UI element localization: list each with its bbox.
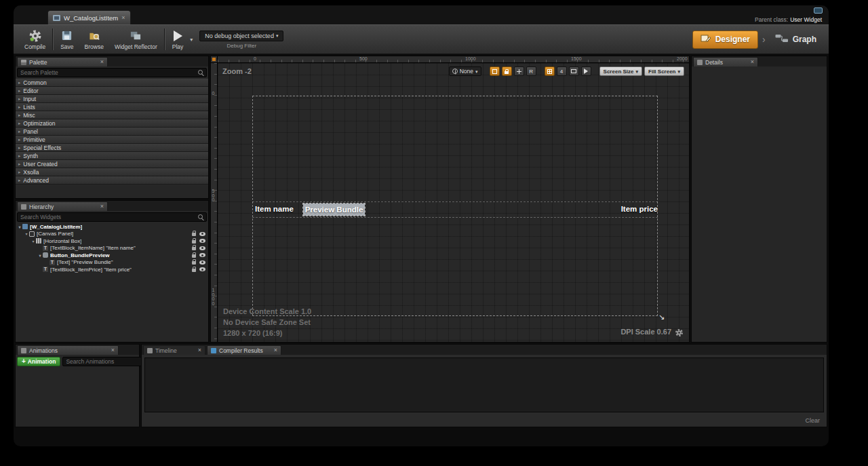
hierarchy-row-text-preview-bundle[interactable]: [Text] "Preview Bundle" xyxy=(16,259,208,267)
visibility-eye-icon[interactable] xyxy=(199,246,205,250)
save-button[interactable]: Save xyxy=(55,25,79,54)
details-close-icon[interactable] xyxy=(751,59,754,65)
visibility-eye-icon[interactable] xyxy=(199,260,205,265)
palette-tab[interactable]: Palette xyxy=(17,57,108,66)
timeline-title: Timeline xyxy=(155,347,177,354)
compile-button[interactable]: Compile xyxy=(19,25,51,54)
compiler-log-area[interactable] xyxy=(144,357,824,412)
widget-reflector-label: Widget Reflector xyxy=(115,43,157,50)
bottom-tabs-header: Timeline Compiler Results xyxy=(142,345,827,355)
tab-close-icon[interactable] xyxy=(121,15,125,21)
preview-language-dropdown[interactable]: None xyxy=(449,66,481,76)
animations-close-icon[interactable] xyxy=(111,347,115,353)
timeline-tab[interactable]: Timeline xyxy=(143,345,205,355)
palette-category[interactable]: User Created xyxy=(16,160,208,168)
visibility-eye-icon[interactable] xyxy=(199,253,205,257)
palette-category[interactable]: Xsolla xyxy=(16,168,208,176)
rotate-mode-button[interactable]: R xyxy=(526,66,536,76)
compiler-results-close-icon[interactable] xyxy=(274,347,277,353)
save-label: Save xyxy=(60,43,73,50)
flip-preview-button[interactable] xyxy=(581,66,591,76)
palette-category[interactable]: Lists xyxy=(16,103,208,111)
grid-snap-size-button[interactable]: 4 xyxy=(557,66,567,76)
add-animation-button[interactable]: Animation xyxy=(17,357,60,366)
expander-icon[interactable] xyxy=(24,231,29,236)
debug-object-dropdown[interactable]: No debug object selected xyxy=(199,31,283,41)
expander-icon[interactable] xyxy=(31,239,36,244)
hierarchy-tab[interactable]: Hierarchy xyxy=(17,201,108,211)
palette-category[interactable]: Misc xyxy=(16,111,208,119)
lock-icon[interactable] xyxy=(192,240,196,244)
play-icon xyxy=(174,31,182,41)
lock-widgets-toggle-button[interactable] xyxy=(502,66,512,76)
preview-background-button[interactable] xyxy=(569,66,579,76)
visibility-eye-icon[interactable] xyxy=(199,239,205,243)
palette-category[interactable]: Input xyxy=(16,95,208,103)
animations-search-input[interactable] xyxy=(66,358,141,365)
details-tab[interactable]: Details xyxy=(693,57,758,66)
clear-log-button[interactable]: Clear xyxy=(805,417,820,424)
compiler-results-icon xyxy=(211,348,216,353)
palette-category[interactable]: Panel xyxy=(16,128,208,136)
user-widget-icon xyxy=(22,224,28,229)
browse-button[interactable]: Browse xyxy=(79,25,109,54)
button-icon xyxy=(43,252,48,258)
translate-mode-button[interactable] xyxy=(514,66,524,76)
canvas-preview-bundle-button[interactable]: Preview Bundle xyxy=(303,203,365,216)
play-button[interactable]: Play xyxy=(167,25,189,54)
canvas-itemname-text[interactable]: Item name xyxy=(255,205,294,213)
lock-icon[interactable] xyxy=(192,261,196,265)
asset-tab[interactable]: W_CatalogListItem xyxy=(47,10,131,24)
expander-icon[interactable] xyxy=(37,253,43,258)
palette-category[interactable]: Synth xyxy=(16,152,208,160)
fill-screen-dropdown[interactable]: Fill Screen xyxy=(644,66,684,76)
play-options-caret-icon[interactable] xyxy=(190,37,193,43)
dpi-settings-gear-button[interactable] xyxy=(674,328,684,337)
hierarchy-row-button-bundlepreview[interactable]: Button_BundlePreview xyxy=(16,252,208,259)
expander-icon[interactable] xyxy=(17,225,22,229)
browse-label: Browse xyxy=(85,43,104,50)
grid-snap-toggle-button[interactable] xyxy=(545,66,555,76)
animations-panel: Animations Animation xyxy=(15,344,140,427)
lock-icon[interactable] xyxy=(192,247,196,250)
palette-category[interactable]: Advanced xyxy=(16,176,208,185)
hierarchy-row-horizontal-box[interactable]: [Horizontal Box] xyxy=(16,237,208,245)
resize-handle-icon[interactable] xyxy=(658,313,665,322)
palette-category[interactable]: Editor xyxy=(16,87,208,95)
palette-search xyxy=(17,68,207,77)
palette-category[interactable]: Optimization xyxy=(16,119,208,128)
palette-close-icon[interactable] xyxy=(100,59,104,65)
hierarchy-row-itemname[interactable]: [TextBlock_ItemName] "Item name" xyxy=(16,245,208,252)
dpi-scale-label: DPI Scale 0.67 xyxy=(620,328,671,336)
animations-search xyxy=(62,357,152,366)
lock-icon[interactable] xyxy=(192,254,196,258)
hierarchy-search-input[interactable] xyxy=(20,214,196,220)
animations-title: Animations xyxy=(29,347,58,354)
outline-toggle-button[interactable] xyxy=(490,66,500,76)
debug-object-label: No debug object selected xyxy=(205,33,274,39)
hierarchy-icon xyxy=(21,204,26,210)
hierarchy-row-root[interactable]: [W_CatalogListItem] xyxy=(16,223,208,231)
screen-size-dropdown[interactable]: Screen Size xyxy=(599,66,642,76)
compiler-results-tab[interactable]: Compiler Results xyxy=(207,345,281,355)
designer-mode-button[interactable]: Designer xyxy=(692,31,758,49)
hierarchy-row-canvas-panel[interactable]: [Canvas Panel] xyxy=(16,231,208,238)
palette-category[interactable]: Primitive xyxy=(16,136,208,144)
widget-reflector-button[interactable]: Widget Reflector xyxy=(109,25,163,54)
animations-tab[interactable]: Animations xyxy=(17,345,119,355)
parent-class-value: User Widget xyxy=(790,16,822,23)
palette-category[interactable]: Common xyxy=(16,79,208,87)
palette-category[interactable]: Special Effects xyxy=(16,144,208,152)
lock-icon[interactable] xyxy=(192,269,196,272)
timeline-close-icon[interactable] xyxy=(198,347,201,353)
canvas-itemprice-text[interactable]: Item price xyxy=(597,205,658,213)
visibility-eye-icon[interactable] xyxy=(199,232,205,236)
visibility-eye-icon[interactable] xyxy=(199,267,205,271)
lock-icon[interactable] xyxy=(192,233,196,236)
canvas-panel-icon xyxy=(29,231,35,237)
design-surface[interactable]: Zoom -2 None R 4 Screen Size xyxy=(218,63,689,342)
palette-search-input[interactable] xyxy=(20,69,196,76)
hierarchy-close-icon[interactable] xyxy=(100,203,104,210)
graph-mode-button[interactable]: Graph xyxy=(770,31,822,47)
hierarchy-row-itemprice[interactable]: [TextBlock_ItemPrice] "Item price" xyxy=(16,266,208,273)
